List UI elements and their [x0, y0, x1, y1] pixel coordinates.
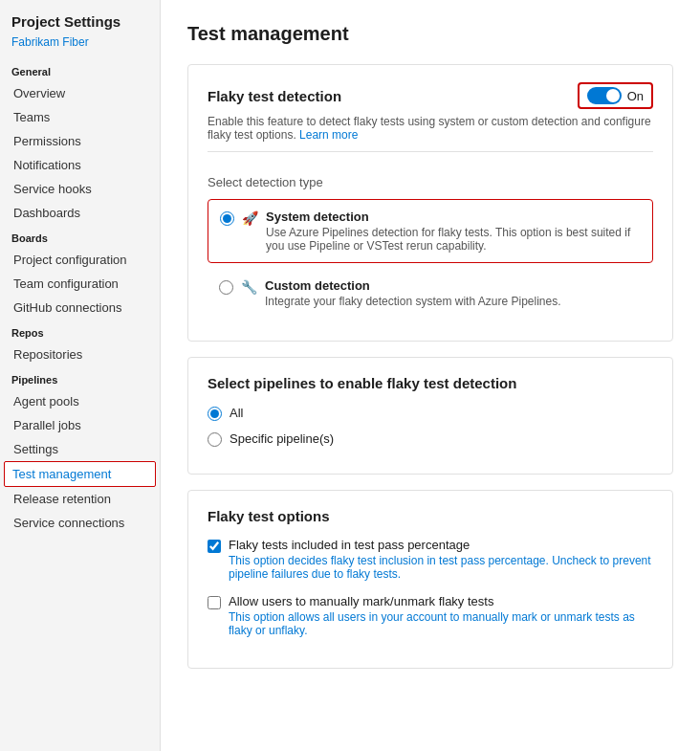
rocket-icon: 🚀 [242, 210, 258, 226]
flaky-detection-card: Flaky test detection On Enable this feat… [187, 64, 673, 342]
flaky-detection-toggle[interactable] [587, 87, 622, 104]
manual-mark-content: Allow users to manually mark/unmark flak… [229, 594, 653, 637]
sidebar-item-team-configuration[interactable]: Team configuration [0, 272, 160, 296]
include-pass-checkbox[interactable] [208, 540, 221, 553]
sidebar-item-notifications[interactable]: Notifications [0, 153, 160, 177]
pipeline-specific-radio[interactable] [208, 432, 222, 447]
sidebar-section-repos: Repos [0, 320, 160, 342]
sidebar-item-parallel-jobs[interactable]: Parallel jobs [0, 413, 160, 437]
system-detection-desc: Use Azure Pipelines detection for flaky … [266, 226, 641, 253]
manual-mark-option[interactable]: Allow users to manually mark/unmark flak… [208, 594, 653, 637]
sidebar-section-general: General [0, 58, 160, 81]
sidebar-item-permissions[interactable]: Permissions [0, 129, 160, 153]
include-pass-content: Flaky tests included in test pass percen… [229, 538, 653, 581]
include-pass-title: Flaky tests included in test pass percen… [229, 538, 653, 552]
sidebar: Project Settings Fabrikam Fiber General … [0, 0, 161, 751]
main-content: Test management Flaky test detection On … [161, 0, 700, 751]
pipelines-card-title: Select pipelines to enable flaky test de… [208, 375, 653, 391]
pipeline-all-option[interactable]: All [208, 405, 653, 421]
pipeline-specific-option[interactable]: Specific pipeline(s) [208, 431, 653, 447]
sidebar-item-github-connections[interactable]: GitHub connections [0, 296, 160, 320]
flaky-detection-description: Enable this feature to detect flaky test… [208, 115, 653, 142]
sidebar-item-repositories[interactable]: Repositories [0, 342, 160, 366]
sidebar-section-pipelines: Pipelines [0, 366, 160, 389]
sidebar-item-service-connections[interactable]: Service connections [0, 511, 160, 535]
divider [208, 151, 653, 152]
sidebar-item-agent-pools[interactable]: Agent pools [0, 389, 160, 413]
pipeline-specific-label: Specific pipeline(s) [230, 431, 334, 446]
custom-detection-title: Custom detection [265, 278, 642, 293]
custom-detection-content: Custom detection Integrate your flaky de… [265, 278, 642, 308]
sidebar-item-settings[interactable]: Settings [0, 437, 160, 461]
system-detection-option[interactable]: 🚀 System detection Use Azure Pipelines d… [208, 199, 653, 263]
pipeline-all-radio[interactable] [208, 407, 222, 421]
flaky-options-title: Flaky test options [208, 508, 653, 524]
flaky-detection-title: Flaky test detection [208, 88, 341, 104]
toggle-label: On [627, 89, 644, 103]
flaky-options-card: Flaky test options Flaky tests included … [187, 490, 673, 669]
sidebar-item-service-hooks[interactable]: Service hooks [0, 177, 160, 201]
custom-detection-radio[interactable] [219, 280, 233, 295]
wrench-icon: 🔧 [241, 279, 257, 295]
sidebar-item-overview[interactable]: Overview [0, 81, 160, 105]
learn-more-link[interactable]: Learn more [299, 128, 358, 142]
sidebar-item-project-configuration[interactable]: Project configuration [0, 248, 160, 272]
sidebar-item-dashboards[interactable]: Dashboards [0, 201, 160, 225]
sidebar-item-release-retention[interactable]: Release retention [0, 487, 160, 511]
manual-mark-checkbox[interactable] [208, 596, 221, 609]
custom-detection-desc: Integrate your flaky detection system wi… [265, 295, 642, 308]
system-detection-content: System detection Use Azure Pipelines det… [266, 210, 641, 253]
sidebar-item-test-management[interactable]: Test management [4, 461, 156, 487]
include-pass-option[interactable]: Flaky tests included in test pass percen… [208, 538, 653, 581]
custom-detection-option[interactable]: 🔧 Custom detection Integrate your flaky … [208, 269, 653, 318]
detection-type-label: Select detection type [208, 162, 653, 189]
pipelines-card: Select pipelines to enable flaky test de… [187, 357, 673, 475]
manual-mark-desc: This option allows all users in your acc… [229, 610, 653, 637]
pipeline-all-label: All [230, 406, 243, 420]
system-detection-title: System detection [266, 210, 641, 224]
sidebar-title: Project Settings [0, 0, 160, 35]
sidebar-item-teams[interactable]: Teams [0, 105, 160, 129]
sidebar-section-boards: Boards [0, 225, 160, 248]
page-title: Test management [187, 23, 673, 45]
manual-mark-title: Allow users to manually mark/unmark flak… [229, 594, 653, 608]
include-pass-desc: This option decides flaky test inclusion… [229, 554, 653, 581]
system-detection-radio[interactable] [220, 211, 234, 226]
sidebar-project-name[interactable]: Fabrikam Fiber [0, 35, 160, 58]
toggle-container[interactable]: On [578, 82, 653, 109]
